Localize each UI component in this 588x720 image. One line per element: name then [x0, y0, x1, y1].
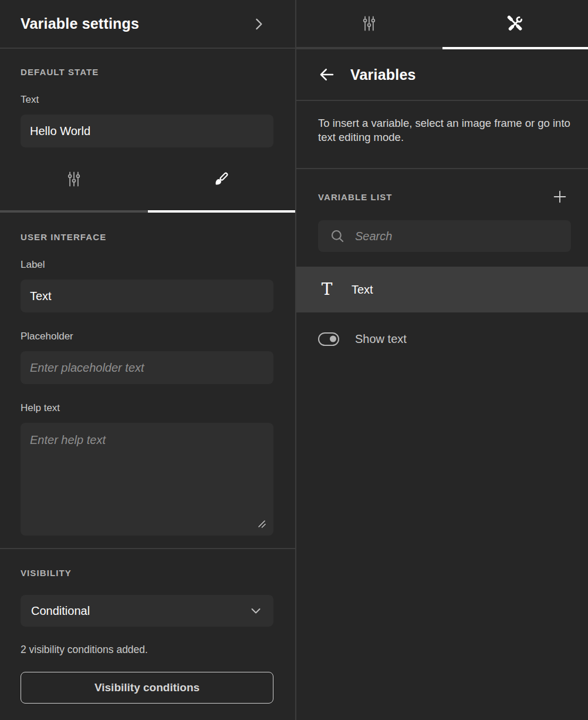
- visibility-dropdown-value: Conditional: [31, 604, 90, 618]
- placeholder-field-label: Placeholder: [21, 331, 273, 342]
- variable-row-show-text[interactable]: Show text: [296, 312, 588, 365]
- tab-settings[interactable]: [0, 147, 148, 213]
- label-input[interactable]: [21, 280, 273, 312]
- variable-settings-panel: Variable settings DEFAULT STATE Text: [0, 0, 295, 720]
- variable-settings-header: Variable settings: [0, 0, 295, 49]
- visibility-section-title: VISIBILITY: [21, 568, 273, 578]
- page-title: Variable settings: [21, 15, 139, 32]
- visibility-conditions-button[interactable]: Visibility conditions: [21, 672, 273, 704]
- help-text-wrap: [21, 423, 273, 536]
- variable-row-text[interactable]: T Text: [296, 267, 588, 312]
- back-arrow-icon[interactable]: [318, 66, 336, 83]
- tab-tools[interactable]: [442, 0, 588, 49]
- user-interface-section-title: USER INTERFACE: [21, 232, 273, 242]
- section-divider: [0, 548, 295, 549]
- tab-style[interactable]: [148, 147, 296, 213]
- visibility-conditions-caption: 2 visibility conditions added.: [21, 644, 273, 656]
- variable-row-label: Show text: [355, 332, 407, 346]
- variables-title: Variables: [350, 66, 416, 83]
- default-text-input[interactable]: [21, 115, 273, 147]
- toggle-variable-icon: [318, 332, 339, 346]
- search-input[interactable]: [355, 230, 559, 243]
- crossed-tools-icon: [506, 15, 524, 32]
- label-field-label: Label: [21, 259, 273, 271]
- paintbrush-icon: [212, 170, 230, 188]
- sliders-icon: [360, 15, 378, 32]
- variables-header: Variables: [296, 49, 588, 101]
- chevron-down-icon: [249, 604, 263, 618]
- left-panel-tabs: [0, 147, 295, 213]
- sliders-icon: [65, 170, 83, 188]
- variables-panel: Variables To insert a variable, select a…: [296, 0, 588, 720]
- help-text-field-label: Help text: [21, 402, 273, 414]
- variable-list-section-title: VARIABLE LIST: [318, 192, 393, 202]
- chevron-right-icon[interactable]: [251, 16, 266, 32]
- variable-row-label: Text: [352, 283, 373, 297]
- text-variable-icon: T: [318, 281, 336, 298]
- help-text-textarea[interactable]: [21, 423, 273, 536]
- tab-element-settings[interactable]: [296, 0, 442, 49]
- variable-search-box[interactable]: [318, 220, 571, 252]
- variables-info-text: To insert a variable, select an image fr…: [296, 101, 588, 169]
- add-variable-button[interactable]: [552, 189, 568, 205]
- variable-list: T Text Show text: [296, 267, 588, 365]
- resize-handle-icon[interactable]: [258, 520, 266, 528]
- placeholder-input[interactable]: [21, 351, 273, 384]
- default-state-section-title: DEFAULT STATE: [21, 67, 273, 77]
- right-panel-tabs: [296, 0, 588, 49]
- visibility-dropdown[interactable]: Conditional: [21, 595, 273, 627]
- variable-list-header: VARIABLE LIST: [296, 189, 588, 205]
- search-icon: [330, 228, 345, 244]
- text-field-label: Text: [21, 94, 273, 106]
